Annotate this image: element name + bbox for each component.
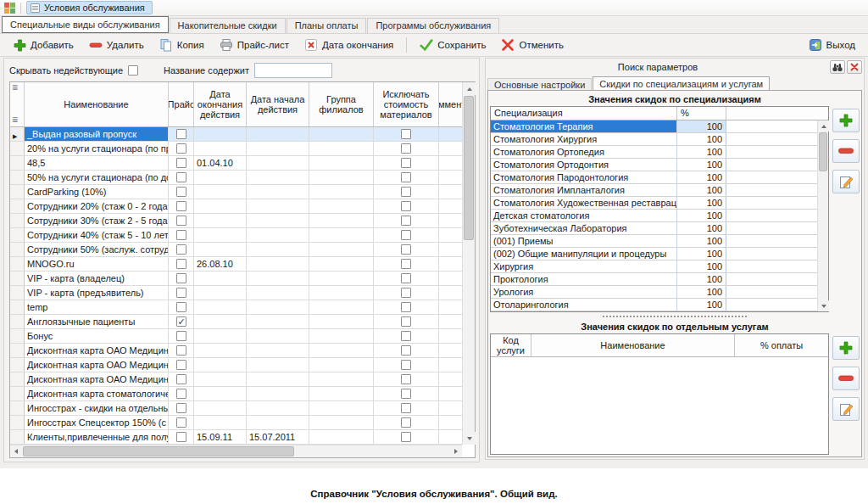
specialization-row[interactable]: Стоматология Терапия 100: [491, 120, 817, 133]
panel-splitter[interactable]: [490, 312, 860, 320]
spec-scroll-thumb[interactable]: [819, 132, 827, 171]
hide-inactive-checkbox[interactable]: [128, 65, 138, 76]
grid-vertical-scrollbar[interactable]: [462, 82, 475, 445]
service-add-button[interactable]: [832, 336, 860, 360]
end-date-button[interactable]: Дата окончания: [298, 36, 399, 53]
vertical-scroll-thumb[interactable]: [464, 96, 474, 240]
exclude-materials-checkbox[interactable]: [401, 302, 411, 312]
service-remove-button[interactable]: [832, 367, 860, 390]
add-button[interactable]: Добавить: [7, 36, 80, 53]
specialization-payment-percent[interactable]: 100: [677, 222, 726, 234]
scroll-down-button[interactable]: [463, 432, 476, 445]
specialization-payment-percent[interactable]: 100: [677, 299, 726, 311]
price-checkbox[interactable]: [176, 201, 186, 211]
price-checkbox[interactable]: [176, 417, 186, 428]
exclude-materials-checkbox[interactable]: [401, 374, 411, 384]
table-row[interactable]: 48,5 01.04.10: [10, 156, 462, 171]
price-checkbox[interactable]: [176, 302, 186, 312]
spec-column-header-name[interactable]: Специализация: [491, 107, 677, 120]
specialization-payment-percent[interactable]: 100: [677, 133, 726, 145]
specialization-payment-percent[interactable]: 100: [677, 197, 726, 209]
exclude-materials-checkbox[interactable]: [401, 288, 411, 298]
exclude-materials-checkbox[interactable]: [401, 389, 411, 399]
price-checkbox[interactable]: [176, 331, 186, 341]
table-row[interactable]: CardParking (10%): [10, 185, 462, 199]
price-checkbox[interactable]: [176, 158, 186, 168]
exclude-materials-checkbox[interactable]: [401, 216, 411, 226]
specialization-row[interactable]: Урология 100: [491, 286, 817, 299]
specialization-payment-percent[interactable]: 100: [677, 120, 726, 132]
exclude-materials-checkbox[interactable]: [401, 129, 411, 139]
price-checkbox[interactable]: [176, 216, 186, 226]
price-checkbox[interactable]: [176, 230, 186, 240]
find-button[interactable]: [830, 60, 845, 74]
price-checkbox[interactable]: [176, 244, 186, 255]
specialization-row[interactable]: Хирургия 100: [491, 260, 817, 273]
spec-edit-button[interactable]: [832, 170, 860, 193]
specialization-row[interactable]: Проктология 100: [491, 273, 817, 286]
table-row[interactable]: Ингосстрах - скидки на отдельные услуги: [10, 401, 462, 416]
exclude-materials-checkbox[interactable]: [401, 417, 411, 428]
column-header-start-date[interactable]: Дата начала действия: [247, 82, 309, 126]
price-checkbox[interactable]: [176, 389, 186, 399]
exclude-materials-checkbox[interactable]: [401, 273, 411, 283]
specialization-row[interactable]: Стоматология Ортодонтия 100: [491, 159, 817, 171]
copy-button[interactable]: Копия: [153, 36, 210, 53]
specialization-row[interactable]: Стоматология Художественная реставрация …: [491, 197, 817, 210]
service-column-header-value[interactable]: % оплаты: [735, 334, 828, 356]
spec-scroll-up-button[interactable]: [818, 120, 829, 132]
scroll-left-button[interactable]: [10, 445, 22, 457]
price-checkbox[interactable]: [176, 172, 186, 182]
price-checkbox[interactable]: [176, 187, 186, 197]
spec-column-header-value[interactable]: % оплаты: [677, 107, 726, 120]
save-button[interactable]: Сохранить: [414, 36, 492, 53]
specialization-payment-percent[interactable]: 100: [677, 159, 726, 171]
specialization-row[interactable]: Стоматология Ортопедия 100: [491, 146, 817, 159]
exclude-materials-checkbox[interactable]: [401, 158, 411, 168]
specialization-payment-percent[interactable]: 100: [677, 171, 726, 183]
table-row[interactable]: 20% на услуги стационара (по прикреплен: [10, 142, 462, 156]
tab-payment-plans[interactable]: Планы оплаты: [287, 18, 367, 33]
specialization-payment-percent[interactable]: 100: [677, 210, 726, 221]
grid-horizontal-scrollbar[interactable]: [10, 445, 462, 457]
tab-service-programs[interactable]: Программы обслуживания: [367, 18, 499, 33]
scroll-right-button[interactable]: [450, 445, 462, 457]
exclude-materials-checkbox[interactable]: [401, 432, 411, 442]
spec-scroll-down-button[interactable]: [818, 300, 829, 311]
specialization-payment-percent[interactable]: 100: [677, 235, 726, 247]
table-row[interactable]: _Выдан разовый пропуск: [10, 127, 462, 142]
exclude-materials-checkbox[interactable]: [401, 244, 411, 255]
tab-main-settings[interactable]: Основные настройки: [487, 78, 592, 91]
exclude-materials-checkbox[interactable]: [401, 403, 411, 413]
service-column-header-name[interactable]: Наименование: [531, 334, 735, 356]
exclude-materials-checkbox[interactable]: [401, 316, 411, 327]
specialization-payment-percent[interactable]: 100: [677, 260, 726, 272]
price-checkbox[interactable]: [176, 143, 186, 154]
price-checkbox[interactable]: [176, 316, 186, 327]
price-checkbox[interactable]: [176, 129, 186, 139]
specialization-payment-percent[interactable]: 100: [677, 273, 726, 285]
table-row[interactable]: temp: [10, 300, 462, 315]
price-checkbox[interactable]: [176, 345, 186, 356]
exclude-materials-checkbox[interactable]: [401, 172, 411, 182]
specialization-row[interactable]: Детская стоматология 100: [491, 210, 817, 222]
cancel-button[interactable]: Отменить: [495, 36, 570, 53]
exclude-materials-checkbox[interactable]: [401, 143, 411, 154]
price-checkbox[interactable]: [176, 259, 186, 269]
spec-add-button[interactable]: [832, 109, 860, 132]
price-checkbox[interactable]: [176, 360, 186, 370]
column-header-exclude-materials[interactable]: Исключать стоимость материалов: [374, 82, 439, 126]
specialization-row[interactable]: Стоматология Пародонтология 100: [491, 171, 817, 184]
price-checkbox[interactable]: [176, 374, 186, 384]
exclude-materials-checkbox[interactable]: [401, 201, 411, 211]
table-row[interactable]: Дисконтная карта стоматологического отд: [10, 387, 462, 401]
column-header-name[interactable]: Наименование: [25, 82, 169, 126]
exclude-materials-checkbox[interactable]: [401, 331, 411, 341]
spec-remove-button[interactable]: [832, 139, 860, 163]
specialization-row[interactable]: (001) Приемы 100: [491, 235, 817, 248]
tab-special-service-types[interactable]: Специальные виды обслуживания: [2, 16, 169, 33]
table-row[interactable]: Дисконтная карта ОАО Медицина: [10, 344, 462, 358]
column-header-price[interactable]: Прайс: [169, 82, 194, 126]
table-row[interactable]: Дисконтная карта ОАО Медицина ( Частны: [10, 358, 462, 372]
delete-button[interactable]: Удалить: [83, 36, 150, 53]
